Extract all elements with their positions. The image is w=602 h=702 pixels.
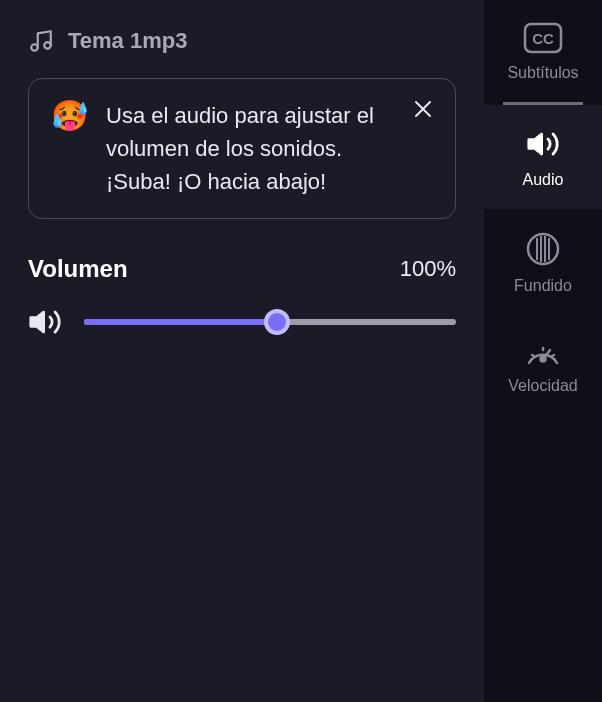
sidebar-item-speed[interactable]: Velocidad bbox=[484, 315, 602, 415]
tip-text: Usa el audio para ajustar el volumen de … bbox=[106, 99, 433, 198]
volume-slider-row bbox=[28, 305, 456, 339]
slider-fill bbox=[84, 319, 277, 325]
sidebar-item-subtitles[interactable]: CC Subtítulos bbox=[484, 0, 602, 102]
svg-point-0 bbox=[31, 44, 38, 51]
sidebar: CC Subtítulos Audio Fundido bbox=[484, 0, 602, 702]
svg-point-8 bbox=[528, 234, 558, 264]
file-header: Tema 1mp3 bbox=[28, 28, 456, 54]
sidebar-item-audio[interactable]: Audio bbox=[484, 105, 602, 209]
cc-icon: CC bbox=[523, 22, 563, 54]
main-panel: Tema 1mp3 🥵 Usa el audio para ajustar el… bbox=[0, 0, 484, 702]
volume-slider[interactable] bbox=[84, 310, 456, 334]
sidebar-item-label: Fundido bbox=[514, 277, 572, 295]
tip-emoji-icon: 🥵 bbox=[51, 101, 88, 131]
sidebar-item-label: Velocidad bbox=[508, 377, 577, 395]
audio-icon bbox=[524, 127, 562, 161]
svg-text:CC: CC bbox=[532, 30, 554, 47]
music-note-icon bbox=[28, 28, 54, 54]
fade-icon bbox=[525, 231, 561, 267]
svg-point-1 bbox=[44, 42, 51, 49]
volume-header-row: Volumen 100% bbox=[28, 255, 456, 283]
close-icon[interactable] bbox=[411, 97, 435, 121]
svg-line-16 bbox=[552, 355, 554, 356]
speed-icon bbox=[525, 337, 561, 367]
file-name: Tema 1mp3 bbox=[68, 28, 187, 54]
sidebar-item-label: Subtítulos bbox=[507, 64, 578, 82]
svg-line-15 bbox=[532, 355, 534, 356]
svg-marker-7 bbox=[529, 134, 542, 154]
svg-marker-4 bbox=[31, 312, 44, 332]
speaker-icon[interactable] bbox=[28, 305, 62, 339]
tip-box: 🥵 Usa el audio para ajustar el volumen d… bbox=[28, 78, 456, 219]
volume-value: 100% bbox=[400, 256, 456, 282]
sidebar-item-label: Audio bbox=[523, 171, 564, 189]
sidebar-item-fade[interactable]: Fundido bbox=[484, 209, 602, 315]
slider-thumb[interactable] bbox=[264, 309, 290, 335]
volume-label: Volumen bbox=[28, 255, 128, 283]
